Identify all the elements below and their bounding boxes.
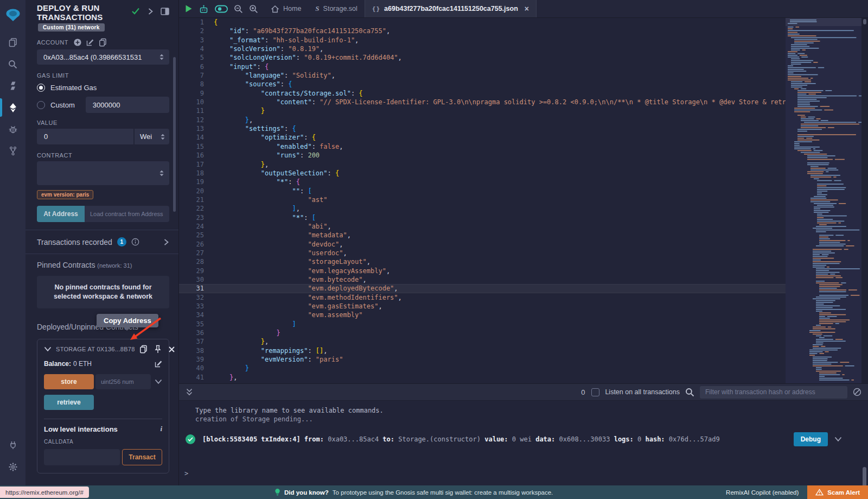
code-line[interactable]: 38 "remappings": [], <box>179 346 786 355</box>
close-tab-icon[interactable]: × <box>525 4 529 13</box>
contract-select[interactable] <box>37 161 169 185</box>
code-line[interactable]: 30 "evm.bytecode", <box>179 275 786 284</box>
code-line[interactable]: 34 "evm.assembly" <box>179 311 786 319</box>
code-line[interactable]: 24 "abi", <box>179 222 786 231</box>
custom-gas-radio[interactable] <box>37 101 45 109</box>
add-account-icon[interactable] <box>74 39 81 46</box>
terminal-prompt[interactable]: > <box>184 470 188 477</box>
copy-account-icon[interactable] <box>99 38 107 47</box>
code-line[interactable]: 9 "contracts/Storage.sol": { <box>179 89 786 98</box>
estimated-gas-option[interactable]: Estimated Gas <box>37 84 169 92</box>
chevron-right-icon[interactable] <box>163 238 169 246</box>
sidebar-settings[interactable] <box>0 456 25 478</box>
code-line[interactable]: 20 "": [ <box>179 187 786 195</box>
run-script-icon[interactable] <box>184 4 193 13</box>
copilot-status[interactable]: RemixAI Copilot (enabled) <box>726 489 799 496</box>
code-line[interactable]: 17 }, <box>179 160 786 169</box>
code-line[interactable]: 13 "settings": { <box>179 124 786 133</box>
terminal-filter-input[interactable] <box>700 386 847 399</box>
low-level-info-icon[interactable]: i <box>160 425 162 433</box>
code-line[interactable]: 26 "devdoc", <box>179 240 786 249</box>
sign-message-icon[interactable] <box>86 39 94 46</box>
editor-scrollbar-thumb[interactable] <box>863 19 866 24</box>
code-line[interactable]: 11 } <box>179 106 786 115</box>
code-line[interactable]: 12 }, <box>179 116 786 124</box>
copy-address-icon[interactable] <box>139 345 148 353</box>
sidebar-git[interactable] <box>0 140 25 162</box>
code-line[interactable]: 37 }, <box>179 337 786 346</box>
custom-gas-option[interactable]: Custom <box>37 97 169 113</box>
remove-contract-icon[interactable] <box>168 346 175 353</box>
editor-tab-a69b43f277ba20fcac141151250ca755-json[interactable]: {}a69b43f277ba20fcac141151250ca755.json× <box>365 0 537 17</box>
code-line[interactable]: 23 "*": [ <box>179 213 786 222</box>
code-line[interactable]: 39 "evmVersion": "paris" <box>179 355 786 364</box>
scam-alert-button[interactable]: Scam Alert <box>807 485 868 499</box>
sidebar-debugger[interactable] <box>0 118 25 140</box>
code-line[interactable]: 6 "input": { <box>179 62 786 71</box>
value-input[interactable] <box>37 129 133 144</box>
code-line[interactable]: 31 "evm.deployedBytecode", <box>179 284 786 293</box>
zoom-in-icon[interactable] <box>249 4 258 14</box>
stepper-icon[interactable] <box>158 53 165 61</box>
listen-all-checkbox[interactable] <box>591 388 599 396</box>
code-line[interactable]: 33 "evm.gasEstimates", <box>179 302 786 311</box>
pin-panel-icon[interactable] <box>161 8 169 15</box>
editor-scrollbar[interactable] <box>861 18 868 383</box>
expand-log-icon[interactable] <box>834 437 842 442</box>
at-address-button[interactable]: At Address <box>37 206 85 222</box>
transactions-recorded-row[interactable]: Transactions recorded 1 <box>37 230 169 254</box>
transaction-log-row[interactable]: [block:5583405 txIndex:4] from: 0xa03...… <box>179 432 868 446</box>
clear-terminal-icon[interactable] <box>853 388 861 396</box>
code-line[interactable]: 1{ <box>179 18 786 27</box>
panel-scrollbar[interactable] <box>173 57 176 212</box>
sidebar-deploy-run[interactable] <box>0 97 25 118</box>
code-area[interactable]: 1{2 "id": "a69b43f277ba20fcac141151250ca… <box>179 18 786 383</box>
code-line[interactable]: 14 "optimizer": { <box>179 133 786 142</box>
collapse-panel-icon[interactable] <box>147 8 154 15</box>
at-address-input[interactable] <box>85 206 169 222</box>
ai-copilot-icon[interactable] <box>199 4 209 14</box>
code-line[interactable]: 18 "outputSelection": { <box>179 169 786 178</box>
transact-button[interactable]: Transact <box>122 449 162 465</box>
store-function-button[interactable]: store <box>44 374 94 389</box>
info-icon[interactable] <box>131 238 139 246</box>
editor-tab-storage-sol[interactable]: SStorage.sol <box>308 0 364 17</box>
code-line[interactable]: 40 } <box>179 364 786 372</box>
code-line[interactable]: 4 "solcVersion": "0.8.19", <box>179 45 786 53</box>
code-line[interactable]: 36 } <box>179 329 786 337</box>
code-line[interactable]: 25 "metadata", <box>179 231 786 239</box>
code-line[interactable]: 5 "solcLongVersion": "0.8.19+commit.7dd6… <box>179 53 786 62</box>
code-line[interactable]: 19 "*": { <box>179 178 786 186</box>
sidebar-solidity-compiler[interactable] <box>0 75 25 97</box>
code-line[interactable]: 22 ], <box>179 204 786 213</box>
code-line[interactable]: 29 "evm.legacyAssembly", <box>179 267 786 275</box>
sidebar-plugin-manager[interactable] <box>0 434 25 456</box>
code-line[interactable]: 28 "storageLayout", <box>179 257 786 266</box>
estimated-gas-radio[interactable] <box>37 84 45 92</box>
code-line[interactable]: 27 "userdoc", <box>179 249 786 257</box>
collapse-contract-icon[interactable] <box>44 346 52 352</box>
copilot-toggle-icon[interactable] <box>215 5 228 13</box>
sidebar-file-explorer[interactable] <box>0 31 25 53</box>
retrieve-function-button[interactable]: retrieve <box>44 395 94 410</box>
code-line[interactable]: 2 "id": "a69b43f277ba20fcac141151250ca75… <box>179 27 786 35</box>
code-line[interactable]: 15 "enabled": false, <box>179 142 786 151</box>
zoom-out-icon[interactable] <box>234 4 243 14</box>
code-line[interactable]: 3 "_format": "hh-sol-build-info-1", <box>179 36 786 45</box>
edit-balance-icon[interactable] <box>155 360 162 368</box>
store-arg-input[interactable] <box>95 374 151 389</box>
calldata-input[interactable] <box>44 449 120 465</box>
code-line[interactable]: 7 "language": "Solidity", <box>179 71 786 80</box>
expand-function-icon[interactable] <box>155 379 162 384</box>
code-line[interactable]: 41 }, <box>179 373 786 382</box>
code-line[interactable]: 16 "runs": 200 <box>179 151 786 160</box>
account-select[interactable]: 0xA03...85ac4 (0.39866531531 <box>37 49 169 65</box>
sidebar-search[interactable] <box>0 53 25 75</box>
editor-minimap[interactable] <box>786 18 861 383</box>
editor-tab-home[interactable]: Home <box>264 0 308 17</box>
code-line[interactable]: 32 "evm.methodIdentifiers", <box>179 293 786 302</box>
expand-terminal-icon[interactable] <box>186 388 193 396</box>
custom-gas-input[interactable] <box>86 97 169 113</box>
debug-button[interactable]: Debug <box>794 432 828 446</box>
code-line[interactable]: 8 "sources": { <box>179 80 786 89</box>
